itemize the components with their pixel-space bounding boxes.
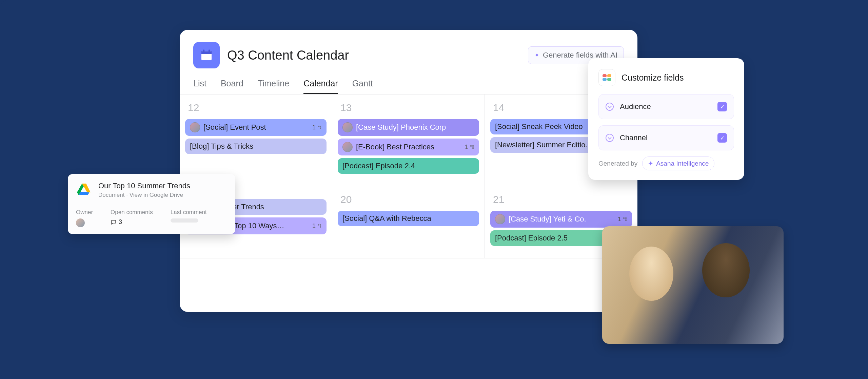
calendar-grid: 12[Social] Event Post1 [Blog] Tips & Tri… bbox=[180, 94, 637, 258]
task-label: [Podcast] Episode 2.4 bbox=[342, 162, 415, 170]
calendar-task[interactable]: [E-Book] Best Practices1 bbox=[338, 139, 479, 155]
field-checkbox[interactable]: ✓ bbox=[717, 133, 727, 143]
subtask-icon bbox=[317, 224, 322, 228]
calendar-task[interactable]: [Podcast] Episode 2.4 bbox=[338, 158, 479, 174]
assignee-avatar bbox=[342, 122, 353, 132]
google-drive-icon bbox=[76, 182, 92, 198]
svg-rect-3 bbox=[209, 49, 210, 52]
customize-fields-title: Customize fields bbox=[622, 73, 684, 83]
project-title: Q3 Content Calendar bbox=[227, 48, 349, 63]
calendar-day: 20[Social] Q&A with Rebecca bbox=[332, 186, 485, 258]
generated-by-label: Generated by bbox=[598, 160, 637, 167]
svg-rect-1 bbox=[201, 51, 212, 54]
task-label: [Blog] Tips & Tricks bbox=[190, 142, 253, 151]
task-label: [Newsletter] Summer Editio… bbox=[495, 141, 593, 149]
task-label: [Case Study] Phoenix Corp bbox=[356, 123, 446, 132]
tab-timeline[interactable]: Timeline bbox=[258, 79, 290, 94]
subtask-icon bbox=[623, 217, 627, 222]
svg-rect-2 bbox=[203, 49, 204, 52]
assignee-avatar bbox=[342, 142, 353, 152]
tab-calendar[interactable]: Calendar bbox=[303, 79, 338, 94]
subtask-count: 1 bbox=[312, 124, 322, 131]
skeleton-placeholder bbox=[171, 218, 198, 223]
drive-file-title: Our Top 10 Summer Trends bbox=[98, 182, 190, 190]
asana-intelligence-pill[interactable]: ✦ Asana Intelligence bbox=[642, 156, 714, 170]
subtask-icon bbox=[470, 145, 474, 149]
drive-attachment-popover[interactable]: Our Top 10 Summer Trends Document · View… bbox=[68, 174, 235, 234]
calendar-task[interactable]: [Social] Q&A with Rebecca bbox=[338, 211, 479, 226]
field-checkbox[interactable]: ✓ bbox=[717, 102, 727, 111]
drive-owner-label: Owner bbox=[76, 209, 93, 216]
subtask-count: 1 bbox=[465, 144, 474, 151]
task-label: [Podcast] Episode 2.5 bbox=[495, 234, 568, 243]
calendar-task[interactable]: [Blog] Tips & Tricks bbox=[185, 139, 327, 154]
drive-comments-count: 3 bbox=[111, 218, 153, 226]
project-window: Q3 Content Calendar ✦ Generate fields wi… bbox=[180, 30, 637, 312]
calendar-task[interactable]: [Case Study] Yeti & Co.1 bbox=[490, 211, 632, 228]
decorative-photo bbox=[602, 226, 784, 344]
task-label: [Case Study] Yeti & Co. bbox=[509, 215, 586, 224]
customize-fields-panel: Customize fields Audience ✓ Channel ✓ Ge… bbox=[588, 58, 744, 180]
calendar-task[interactable]: [Case Study] Phoenix Corp bbox=[338, 119, 479, 136]
sparkle-icon: ✦ bbox=[648, 160, 653, 167]
comment-icon bbox=[111, 219, 117, 225]
asana-logo-icon bbox=[598, 69, 615, 86]
project-icon bbox=[193, 42, 220, 68]
tab-list[interactable]: List bbox=[193, 79, 206, 94]
day-number: 20 bbox=[338, 194, 479, 205]
assignee-avatar bbox=[495, 214, 505, 224]
drive-comments-label: Open comments bbox=[111, 209, 153, 216]
tab-board[interactable]: Board bbox=[221, 79, 243, 94]
subtask-count: 1 bbox=[618, 216, 627, 223]
project-header: Q3 Content Calendar ✦ Generate fields wi… bbox=[180, 30, 637, 68]
task-label: [Social] Q&A with Rebecca bbox=[342, 214, 431, 223]
drive-last-comment-label: Last comment bbox=[171, 209, 207, 216]
calendar-task[interactable]: [Social] Event Post1 bbox=[185, 119, 327, 136]
subtask-count: 1 bbox=[312, 223, 322, 230]
field-row-audience[interactable]: Audience ✓ bbox=[598, 94, 734, 119]
tab-gantt[interactable]: Gantt bbox=[352, 79, 373, 94]
task-label: [E-Book] Best Practices bbox=[356, 143, 434, 151]
task-label: [Social] Event Post bbox=[203, 123, 266, 132]
drive-file-meta: Document · View in Google Drive bbox=[98, 192, 190, 198]
subtask-icon bbox=[317, 125, 322, 130]
day-number: 13 bbox=[338, 102, 479, 113]
dropdown-field-icon bbox=[606, 103, 614, 111]
drive-owner-avatar bbox=[76, 218, 85, 227]
calendar-day: 12[Social] Event Post1 [Blog] Tips & Tri… bbox=[180, 94, 332, 186]
calendar-day: 13[Case Study] Phoenix Corp[E-Book] Best… bbox=[332, 94, 485, 186]
assignee-avatar bbox=[190, 122, 200, 132]
field-row-channel[interactable]: Channel ✓ bbox=[598, 125, 734, 150]
task-label: [Social] Sneak Peek Video bbox=[495, 122, 583, 131]
sparkle-icon: ✦ bbox=[534, 51, 539, 59]
day-number: 12 bbox=[185, 102, 327, 113]
day-number: 21 bbox=[490, 194, 632, 205]
dropdown-field-icon bbox=[606, 134, 614, 142]
view-tabs: List Board Timeline Calendar Gantt bbox=[180, 68, 637, 94]
